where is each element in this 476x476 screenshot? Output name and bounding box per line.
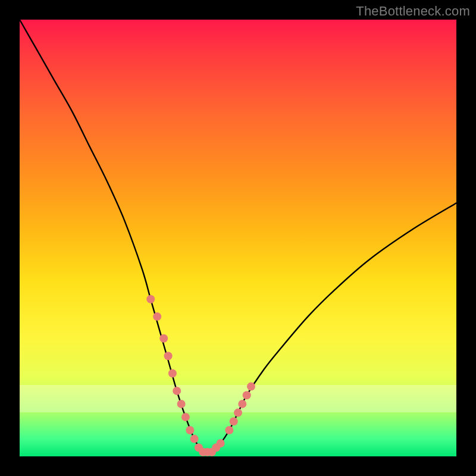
marker-dot <box>181 413 190 421</box>
marker-dot <box>225 426 233 434</box>
marker-dot <box>146 295 155 303</box>
marker-dot <box>173 387 181 395</box>
watermark-text: TheBottleneck.com <box>356 4 470 19</box>
marker-dot <box>247 383 255 391</box>
marker-dot <box>230 417 238 425</box>
marker-dot <box>159 334 168 343</box>
marker-dot <box>243 391 251 399</box>
bottleneck-curve <box>20 20 456 453</box>
marker-dot <box>186 426 194 434</box>
marker-dot <box>153 312 161 321</box>
plot-area <box>20 20 456 456</box>
marker-dot <box>164 352 173 360</box>
marker-dot <box>168 369 177 378</box>
marker-group <box>146 295 255 456</box>
marker-dot <box>190 435 199 443</box>
outer-frame: TheBottleneck.com <box>0 0 476 476</box>
chart-svg <box>20 20 456 456</box>
marker-dot <box>234 409 242 417</box>
marker-dot <box>177 400 186 408</box>
marker-dot <box>238 400 246 408</box>
marker-dot <box>217 439 225 447</box>
